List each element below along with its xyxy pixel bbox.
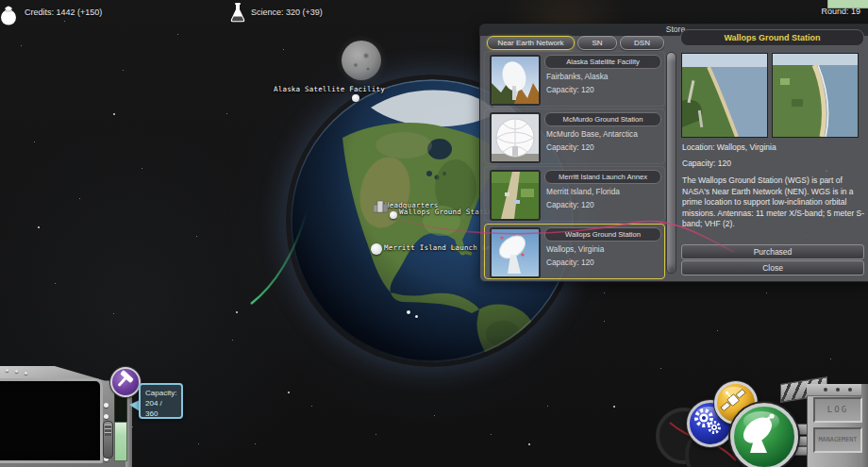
log-button[interactable]: LOG: [813, 397, 862, 423]
science-flask-icon: [229, 2, 246, 28]
screw: [6, 369, 8, 372]
console-slider[interactable]: [103, 421, 113, 459]
thumbnail-alaska: [490, 55, 541, 106]
tooltip-line: 204 /: [145, 398, 181, 409]
screw: [824, 388, 827, 392]
detail-location: Location: Wallops, Virginia: [682, 142, 776, 152]
item-location: Fairbanks, Alaska: [546, 72, 608, 81]
headquarters-icon[interactable]: [374, 200, 389, 217]
build-hammer-button[interactable]: [110, 367, 141, 397]
tooltip-line: 360: [145, 409, 181, 419]
detail-photo-aerial-1: [681, 53, 768, 138]
tab-near-earth-network[interactable]: Near Earth Network: [487, 36, 575, 50]
indicator-dot: [104, 414, 108, 419]
close-button[interactable]: Close: [681, 260, 864, 275]
thumbnail-mcmurdo: [490, 112, 541, 163]
item-name-pill[interactable]: Wallops Ground Station: [544, 227, 661, 242]
screw: [25, 372, 27, 375]
moon: [342, 41, 381, 80]
item-name-pill[interactable]: Alaska Satellite Facility: [544, 55, 661, 69]
tab-dsn[interactable]: DSN: [620, 36, 664, 50]
network-dish-button[interactable]: [730, 403, 798, 467]
station-marker-wallops[interactable]: [390, 211, 397, 219]
detail-description: The Wallops Ground Station (WGS) is part…: [682, 175, 865, 230]
item-capacity: Capacity: 120: [546, 200, 594, 209]
satellite-dish-icon: [734, 407, 787, 459]
purchased-button[interactable]: Purchased: [681, 244, 864, 259]
game-screen: Credits: 1442 (+150) Science: 320 (+39) …: [0, 0, 868, 467]
credits-icon: [0, 2, 21, 30]
capacity-tooltip: Capacity: 204 / 360: [139, 383, 183, 419]
store-item-alaska[interactable]: Alaska Satellite Facility Fairbanks, Ala…: [484, 51, 665, 107]
item-capacity: Capacity: 120: [546, 142, 594, 152]
indicator-dot: [104, 403, 108, 408]
corner-chip[interactable]: [827, 0, 868, 8]
detail-photo-aerial-2: [772, 53, 859, 138]
side-panel-top: [807, 384, 861, 396]
item-name-pill[interactable]: McMurdo Ground Station: [544, 112, 661, 126]
detail-capacity: Capacity: 120: [682, 158, 731, 168]
item-location: Merritt Island, Florida: [546, 187, 620, 196]
item-capacity: Capacity: 120: [546, 258, 594, 267]
store-list-scrollbar[interactable]: [666, 52, 676, 274]
item-capacity: Capacity: 120: [546, 85, 594, 94]
credits-label: Credits: 1442 (+150): [25, 8, 102, 17]
tab-sn[interactable]: SN: [577, 36, 617, 50]
item-location: McMurdo Base, Antarctica: [546, 129, 638, 139]
store-item-mcmurdo[interactable]: McMurdo Ground Station McMurdo Base, Ant…: [484, 108, 665, 164]
map-label-alaska[interactable]: Alaska Satellite Facility: [274, 85, 385, 93]
store-item-merritt[interactable]: Merritt Island Launch Annex Merritt Isla…: [484, 166, 665, 222]
store-item-wallops[interactable]: Wallops Ground Station Wallops, Virginia…: [484, 224, 665, 279]
thumbnail-wallops: [490, 227, 541, 278]
detail-title: Wallops Ground Station: [680, 29, 864, 46]
capacity-gauge-fill: [114, 422, 127, 461]
console-screen[interactable]: [0, 378, 103, 463]
screw: [848, 388, 852, 392]
tooltip-line: Capacity:: [145, 388, 181, 398]
satellite-marker: [407, 310, 410, 314]
management-button[interactable]: MANAGEMENT: [813, 427, 862, 453]
station-marker-merritt[interactable]: [371, 243, 382, 255]
item-name-pill[interactable]: Merritt Island Launch Annex: [544, 170, 661, 184]
science-label: Science: 320 (+39): [251, 8, 323, 17]
screw: [836, 388, 840, 392]
thumbnail-merritt: [490, 170, 541, 221]
station-marker-alaska[interactable]: [352, 94, 359, 102]
screw: [15, 370, 18, 373]
satellite-marker: [415, 315, 418, 318]
item-location: Wallops, Virginia: [546, 244, 604, 254]
